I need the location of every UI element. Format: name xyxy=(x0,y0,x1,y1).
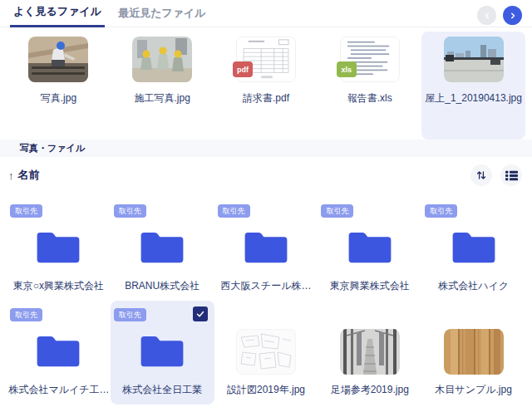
xls-badge: xls xyxy=(337,61,357,77)
sort-by-name-control[interactable]: ↑ 名前 xyxy=(8,168,40,183)
file-name: 施工写真.jpg xyxy=(135,91,190,105)
file-name: 請求書.pdf xyxy=(243,91,289,105)
folder-icon xyxy=(346,228,394,267)
recent-files-row: 写真.jpg 施工写真.jpg xyxy=(0,27,532,140)
folder-card[interactable]: 取引先 西大阪スチール株… xyxy=(214,197,318,301)
file-name: 木目サンプル.jpg xyxy=(435,383,511,405)
image-file-card[interactable]: 設計図2019年.jpg xyxy=(214,301,318,405)
photo-thumbnail xyxy=(444,37,504,82)
rooftop-photo xyxy=(444,37,504,82)
folder-card-selected[interactable]: 取引先 株式会社全日工業 xyxy=(111,301,214,405)
folder-icon xyxy=(138,332,186,370)
file-name: 設計図2019年.jpg xyxy=(227,383,305,405)
sort-ascending-icon: ↑ xyxy=(8,169,14,182)
section-header: 写真・ファイル xyxy=(0,140,532,157)
sort-order-button[interactable] xyxy=(470,164,492,186)
folder-grid: 取引先 東京○x興業株式会社 取引先 BRANU株式会社 取引先 西大阪スチール… xyxy=(0,194,532,405)
folder-name: 東京○x興業株式会社 xyxy=(13,279,104,301)
tab-recent-files[interactable]: 最近見たファイル xyxy=(115,0,209,27)
section-title: 写真・ファイル xyxy=(20,142,85,154)
folder-name: 東京興業株式会社 xyxy=(330,279,410,301)
tab-frequent-files[interactable]: よく見るファイル xyxy=(10,0,105,27)
next-button[interactable] xyxy=(503,6,522,25)
folder-card[interactable]: 取引先 東京○x興業株式会社 xyxy=(7,197,111,301)
checkbox-checked[interactable] xyxy=(193,306,208,321)
file-name: 写真.jpg xyxy=(41,91,76,105)
file-name: 報告書.xls xyxy=(347,91,392,105)
list-view-button[interactable] xyxy=(500,164,522,186)
folder-name: 株式会社ハイク xyxy=(438,279,509,301)
blueprint-thumbnail xyxy=(236,329,296,375)
carousel-nav xyxy=(477,6,522,25)
recent-file-card[interactable]: 施工写真.jpg xyxy=(111,32,214,140)
folder-card[interactable]: 取引先 株式会社マルイチ工… xyxy=(7,301,111,405)
sort-label: 名前 xyxy=(18,168,40,183)
recent-file-card[interactable]: pdf 請求書.pdf xyxy=(214,32,318,140)
image-file-card[interactable]: 木目サンプル.jpg xyxy=(421,301,525,405)
recent-file-card-selected[interactable]: 屋上_1_20190413.jpg xyxy=(421,32,525,140)
folder-icon xyxy=(242,228,290,267)
folder-name: 株式会社マルイチ工… xyxy=(8,383,108,405)
list-view-icon xyxy=(505,169,519,182)
prev-button[interactable] xyxy=(477,6,496,25)
folder-icon xyxy=(138,228,186,267)
document-thumbnail: xls xyxy=(340,37,400,82)
view-controls xyxy=(470,164,522,186)
folder-icon xyxy=(34,228,82,267)
file-name: 屋上_1_20190413.jpg xyxy=(425,91,522,105)
folder-card[interactable]: 取引先 株式会社ハイク xyxy=(421,197,525,301)
chevron-right-icon xyxy=(508,11,518,21)
photo-thumbnail xyxy=(28,37,88,82)
image-file-card[interactable]: 足場参考2019.jpg xyxy=(318,301,421,405)
sort-toolbar: ↑ 名前 xyxy=(0,157,532,194)
folder-card[interactable]: 取引先 東京興業株式会社 xyxy=(318,197,421,301)
file-name: 足場参考2019.jpg xyxy=(331,383,409,405)
wood-grain-thumbnail xyxy=(444,329,504,375)
photo-thumbnail xyxy=(132,37,192,82)
recent-file-card[interactable]: xls 報告書.xls xyxy=(318,32,421,140)
folder-name: BRANU株式会社 xyxy=(125,279,200,301)
tab-bar: よく見るファイル 最近見たファイル xyxy=(0,0,532,27)
folder-icon xyxy=(450,228,498,267)
folder-card[interactable]: 取引先 BRANU株式会社 xyxy=(111,197,214,301)
folder-icon xyxy=(34,332,82,370)
folder-name: 西大阪スチール株… xyxy=(221,279,312,301)
sort-arrows-icon xyxy=(475,169,488,182)
recent-file-card[interactable]: 写真.jpg xyxy=(7,32,111,140)
check-icon xyxy=(195,309,205,319)
construction-photo xyxy=(28,37,88,82)
workers-photo xyxy=(132,37,192,82)
folder-name: 株式会社全日工業 xyxy=(122,383,202,405)
chevron-left-icon xyxy=(482,11,492,21)
scaffolding-thumbnail xyxy=(340,329,400,375)
document-thumbnail: pdf xyxy=(236,37,296,82)
pdf-badge: pdf xyxy=(233,61,253,77)
